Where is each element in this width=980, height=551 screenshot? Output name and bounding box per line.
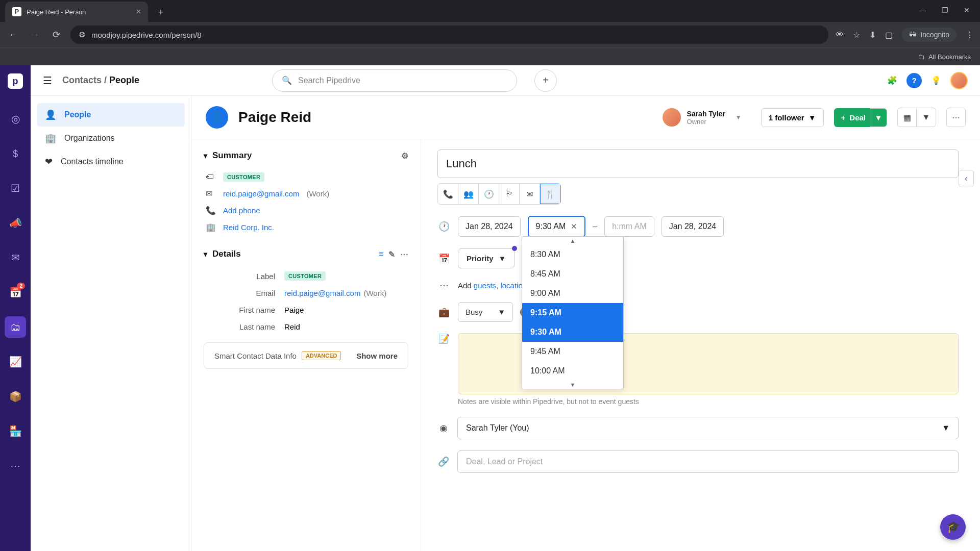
time-option-selected[interactable]: 9:30 AM [522, 322, 623, 342]
deal-dropdown-button[interactable]: ▼ [870, 108, 887, 127]
start-date-input[interactable]: Jan 28, 2024 [458, 216, 521, 237]
sidebar-item-people[interactable]: 👤 People [37, 103, 185, 127]
activity-email-icon[interactable]: ✉ [520, 184, 540, 204]
site-settings-icon[interactable]: ⚙ [79, 30, 85, 39]
more-icon: ⋯ [437, 280, 451, 291]
mail-icon: ✉ [206, 189, 216, 198]
bookmark-star-icon[interactable]: ☆ [853, 30, 860, 40]
forward-button[interactable]: → [28, 28, 42, 42]
org-link[interactable]: Reid Corp. Inc. [223, 223, 274, 232]
user-icon: ◉ [437, 422, 450, 434]
time-option[interactable]: 9:00 AM [522, 284, 623, 303]
time-option[interactable]: 8:30 AM [522, 245, 623, 264]
lightbulb-icon[interactable]: 💡 [931, 76, 941, 85]
end-date-input[interactable]: Jan 28, 2024 [662, 216, 724, 237]
rail-target-icon[interactable]: ◎ [5, 108, 26, 130]
collapse-panel-button[interactable]: ‹ [959, 170, 974, 187]
back-button[interactable]: ← [6, 28, 20, 42]
sidebar-item-timeline[interactable]: ❤ Contacts timeline [37, 150, 185, 173]
start-time-input[interactable]: 9:30 AM ✕ [528, 216, 586, 237]
add-deal-button[interactable]: + Deal [834, 108, 873, 127]
eye-off-icon[interactable]: 👁 [836, 30, 844, 39]
heart-icon: ❤ [45, 156, 53, 167]
clear-time-icon[interactable]: ✕ [571, 222, 577, 231]
bookmarks-folder-icon[interactable]: 🗀 [918, 53, 924, 61]
customer-tag[interactable]: CUSTOMER [284, 271, 326, 281]
owner-avatar[interactable] [663, 108, 681, 127]
time-option[interactable]: 9:45 AM [522, 342, 623, 361]
assignee-dropdown[interactable]: Sarah Tyler (You) ▼ [457, 417, 959, 439]
edit-icon[interactable]: ✎ [388, 249, 395, 259]
extensions-icon[interactable]: 🧩 [887, 76, 897, 85]
close-tab-icon[interactable]: × [136, 7, 141, 16]
rail-mail-icon[interactable]: ✉ [5, 247, 26, 268]
help-icon[interactable]: ? [906, 73, 922, 88]
collapse-icon[interactable]: ▾ [204, 250, 207, 258]
rail-insights-icon[interactable]: 📈 [5, 351, 26, 372]
activity-deadline-icon[interactable]: 🏳 [499, 184, 520, 204]
more-icon[interactable]: ⋯ [400, 249, 408, 259]
detail-label: Last name [204, 322, 275, 331]
breadcrumb-parent[interactable]: Contacts [62, 75, 102, 85]
reload-button[interactable]: ⟳ [49, 28, 63, 42]
contact-avatar-icon[interactable]: 👤 [206, 106, 228, 129]
layout-grid-button[interactable]: ▦ [897, 108, 917, 127]
activity-task-icon[interactable]: 🕐 [479, 184, 499, 204]
add-button[interactable]: + [534, 69, 557, 92]
new-tab-button[interactable]: + [153, 5, 168, 20]
browser-menu-icon[interactable]: ⋮ [966, 30, 974, 40]
rail-products-icon[interactable]: 📦 [5, 386, 26, 407]
customer-tag[interactable]: CUSTOMER [223, 172, 264, 182]
rail-check-icon[interactable]: ☑ [5, 178, 26, 199]
deal-lead-input[interactable]: Deal, Lead or Project [457, 450, 959, 473]
time-option[interactable]: 8:45 AM [522, 264, 623, 284]
download-icon[interactable]: ⬇ [869, 30, 876, 40]
rail-calendar-icon[interactable]: 📅 2 [5, 282, 26, 303]
gear-icon[interactable]: ⚙ [401, 151, 408, 161]
email-link[interactable]: reid.paige@gmail.com [284, 289, 360, 297]
detail-label: First name [204, 306, 275, 314]
url-input[interactable]: ⚙ moodjoy.pipedrive.com/person/8 [70, 26, 828, 44]
collapse-sidebar-icon[interactable]: ☰ [43, 74, 52, 87]
collapse-icon[interactable]: ▾ [204, 152, 207, 160]
filter-icon[interactable]: ≡ [379, 249, 383, 259]
close-window-icon[interactable]: ✕ [964, 6, 970, 16]
activity-title-input[interactable] [437, 149, 959, 178]
rail-contacts-icon[interactable]: 🗂 [5, 316, 26, 338]
minimize-icon[interactable]: — [919, 6, 926, 16]
left-panel: ▾ Summary ⚙ 🏷 CUSTOMER ✉ r [191, 139, 421, 551]
time-option[interactable]: 9:15 AM [522, 303, 623, 322]
rail-megaphone-icon[interactable]: 📣 [5, 212, 26, 234]
rail-dollar-icon[interactable]: ＄ [5, 143, 26, 164]
follower-button[interactable]: 1 follower ▼ [761, 108, 824, 127]
incognito-badge[interactable]: 🕶 Incognito [902, 28, 957, 42]
activity-meeting-icon[interactable]: 👥 [458, 184, 479, 204]
user-avatar[interactable] [950, 72, 968, 89]
add-guests-link[interactable]: guests [474, 281, 496, 290]
all-bookmarks-link[interactable]: All Bookmarks [928, 53, 971, 61]
panel-icon[interactable]: ▢ [885, 30, 893, 40]
scroll-up-icon[interactable]: ▲ [522, 237, 623, 245]
owner-dropdown-icon[interactable]: ▼ [736, 114, 742, 121]
sidebar-item-organizations[interactable]: 🏢 Organizations [37, 127, 185, 150]
rail-more-icon[interactable]: ⋯ [5, 455, 26, 477]
browser-tab[interactable]: P Paige Reid - Person × [5, 2, 148, 22]
activity-lunch-icon[interactable]: 🍴 [540, 184, 560, 204]
rail-marketplace-icon[interactable]: 🏪 [5, 420, 26, 442]
academy-fab[interactable]: 🎓 [940, 514, 966, 540]
busy-dropdown[interactable]: Busy ▼ [458, 302, 513, 322]
activity-call-icon[interactable]: 📞 [438, 184, 458, 204]
email-link[interactable]: reid.paige@gmail.com [223, 189, 299, 198]
scroll-down-icon[interactable]: ▼ [522, 381, 623, 389]
more-actions-button[interactable]: ⋯ [946, 108, 966, 127]
pipedrive-logo[interactable]: p [8, 73, 23, 89]
show-more-link[interactable]: Show more [356, 352, 398, 360]
add-phone-link[interactable]: Add phone [223, 206, 260, 215]
search-input[interactable]: 🔍 Search Pipedrive [272, 69, 517, 92]
priority-dropdown[interactable]: Priority ▼ [458, 248, 514, 268]
maximize-icon[interactable]: ❐ [942, 6, 948, 16]
end-time-input[interactable]: h:mm AM [604, 216, 654, 237]
time-option[interactable]: 10:00 AM [522, 361, 623, 381]
layout-dropdown-button[interactable]: ▼ [917, 108, 936, 127]
deal-lead-placeholder: Deal, Lead or Project [466, 457, 543, 466]
